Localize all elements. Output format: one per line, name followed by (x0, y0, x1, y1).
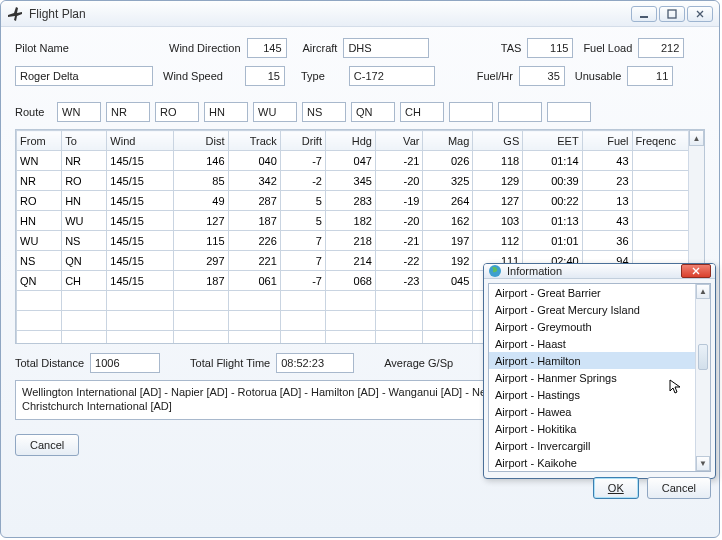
cell[interactable]: HN (17, 211, 62, 231)
cell[interactable]: 49 (173, 191, 228, 211)
cell[interactable] (280, 311, 325, 331)
type-input[interactable] (349, 66, 435, 86)
listbox-scrollbar[interactable]: ▲ ▼ (695, 284, 710, 471)
cell[interactable]: 146 (173, 151, 228, 171)
cell[interactable]: NR (62, 151, 107, 171)
column-header[interactable]: Hdg (325, 131, 375, 151)
cell[interactable]: 23 (582, 171, 632, 191)
list-item[interactable]: Airport - Hanmer Springs (489, 369, 710, 386)
cell[interactable]: 127 (173, 211, 228, 231)
cell[interactable] (423, 291, 473, 311)
cell[interactable]: 047 (325, 151, 375, 171)
table-row[interactable]: NRRO145/1585342-2345-2032512900:3923 (17, 171, 704, 191)
column-header[interactable]: Var (375, 131, 423, 151)
cell[interactable]: WU (62, 211, 107, 231)
cell[interactable]: 7 (280, 231, 325, 251)
cell[interactable]: -21 (375, 231, 423, 251)
pilot-name-input[interactable] (15, 66, 153, 86)
cell[interactable] (62, 291, 107, 311)
cell[interactable]: 01:14 (523, 151, 582, 171)
cell[interactable]: 283 (325, 191, 375, 211)
cell[interactable] (228, 311, 280, 331)
cell[interactable] (17, 331, 62, 345)
wind-direction-input[interactable] (247, 38, 287, 58)
cell[interactable]: 297 (173, 251, 228, 271)
cell[interactable]: -19 (375, 191, 423, 211)
wind-speed-input[interactable] (245, 66, 285, 86)
list-item[interactable]: Airport - Great Mercury Island (489, 301, 710, 318)
cell[interactable]: NS (17, 251, 62, 271)
cell[interactable]: 325 (423, 171, 473, 191)
cell[interactable]: 145/15 (107, 251, 174, 271)
cell[interactable]: 00:22 (523, 191, 582, 211)
tas-input[interactable] (527, 38, 573, 58)
cell[interactable]: HN (62, 191, 107, 211)
cell[interactable]: 182 (325, 211, 375, 231)
cell[interactable] (107, 311, 174, 331)
dialog-titlebar[interactable]: Information (484, 264, 715, 279)
cell[interactable] (375, 291, 423, 311)
route-stop-input[interactable] (57, 102, 101, 122)
scroll-down-icon[interactable]: ▼ (696, 456, 710, 471)
cell[interactable]: RO (17, 191, 62, 211)
list-item[interactable]: Airport - Great Barrier (489, 284, 710, 301)
cell[interactable]: NS (62, 231, 107, 251)
cell[interactable]: 145/15 (107, 171, 174, 191)
cell[interactable]: 226 (228, 231, 280, 251)
cell[interactable]: 01:01 (523, 231, 582, 251)
cell[interactable] (107, 331, 174, 345)
cell[interactable] (173, 331, 228, 345)
airport-listbox[interactable]: Airport - Great BarrierAirport - Great M… (488, 283, 711, 472)
route-stop-input[interactable] (106, 102, 150, 122)
cell[interactable] (228, 331, 280, 345)
cell[interactable]: 145/15 (107, 151, 174, 171)
column-header[interactable]: Track (228, 131, 280, 151)
cell[interactable]: 214 (325, 251, 375, 271)
cell[interactable]: RO (62, 171, 107, 191)
cell[interactable] (17, 291, 62, 311)
table-row[interactable]: WNNR145/15146040-7047-2102611801:1443 (17, 151, 704, 171)
cell[interactable]: 00:39 (523, 171, 582, 191)
cell[interactable]: 187 (228, 211, 280, 231)
column-header[interactable]: Wind (107, 131, 174, 151)
cell[interactable] (375, 331, 423, 345)
cell[interactable]: 129 (473, 171, 523, 191)
cell[interactable] (17, 311, 62, 331)
scroll-thumb[interactable] (698, 344, 708, 370)
cell[interactable]: CH (62, 271, 107, 291)
cell[interactable] (107, 291, 174, 311)
cell[interactable]: 345 (325, 171, 375, 191)
cell[interactable]: -23 (375, 271, 423, 291)
cell[interactable] (280, 291, 325, 311)
cell[interactable]: 36 (582, 231, 632, 251)
route-stop-input[interactable] (547, 102, 591, 122)
cell[interactable]: 026 (423, 151, 473, 171)
column-header[interactable]: Mag (423, 131, 473, 151)
cell[interactable]: -22 (375, 251, 423, 271)
scroll-up-icon[interactable]: ▲ (689, 130, 704, 146)
cell[interactable]: 197 (423, 231, 473, 251)
cell[interactable]: 7 (280, 251, 325, 271)
route-stop-input[interactable] (302, 102, 346, 122)
cell[interactable] (325, 331, 375, 345)
titlebar[interactable]: Flight Plan (1, 1, 719, 27)
cell[interactable]: 103 (473, 211, 523, 231)
cell[interactable]: 43 (582, 151, 632, 171)
cell[interactable]: WN (17, 151, 62, 171)
dialog-ok-button[interactable]: OK (593, 477, 639, 499)
list-item[interactable]: Airport - Invercargill (489, 437, 710, 454)
cell[interactable]: 287 (228, 191, 280, 211)
cell[interactable] (375, 311, 423, 331)
cell[interactable] (280, 331, 325, 345)
route-stop-input[interactable] (204, 102, 248, 122)
cell[interactable] (423, 331, 473, 345)
route-stop-input[interactable] (155, 102, 199, 122)
close-button[interactable] (687, 6, 713, 22)
cell[interactable]: 145/15 (107, 231, 174, 251)
list-item[interactable]: Airport - Hokitika (489, 420, 710, 437)
cell[interactable]: 218 (325, 231, 375, 251)
cell[interactable]: QN (62, 251, 107, 271)
list-item[interactable]: Airport - Hamilton (489, 352, 710, 369)
list-item[interactable]: Airport - Hastings (489, 386, 710, 403)
maximize-button[interactable] (659, 6, 685, 22)
